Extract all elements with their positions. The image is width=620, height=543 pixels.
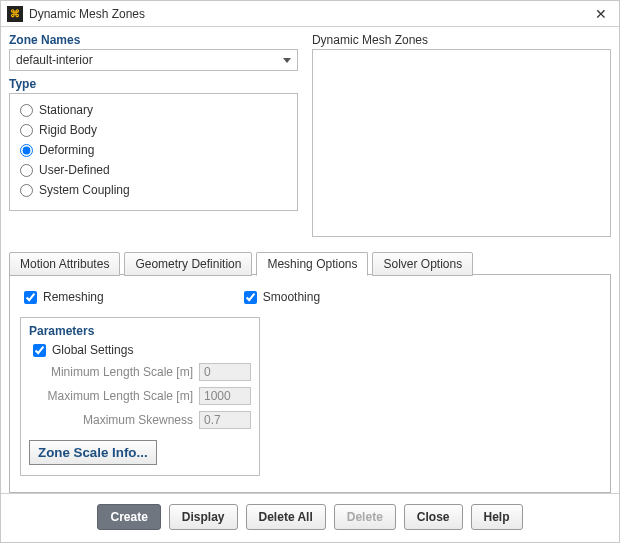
parameters-title: Parameters: [29, 324, 251, 338]
param-max-skewness: Maximum Skewness: [29, 408, 251, 432]
check-remeshing-input[interactable]: [24, 291, 37, 304]
titlebar: ⌘ Dynamic Mesh Zones ✕: [1, 1, 619, 27]
check-global-settings[interactable]: Global Settings: [33, 340, 251, 360]
param-max-length-label: Maximum Length Scale [m]: [48, 389, 193, 403]
radio-system-coupling[interactable]: System Coupling: [20, 180, 287, 200]
top-row: Zone Names default-interior Type Station…: [9, 33, 611, 237]
parameters-group: Parameters Global Settings Minimum Lengt…: [20, 317, 260, 476]
dynamic-mesh-zones-column: Dynamic Mesh Zones: [312, 33, 611, 237]
type-group: Stationary Rigid Body Deforming User-Def…: [9, 93, 298, 211]
tabstrip: Motion Attributes Geometry Definition Me…: [9, 251, 611, 275]
radio-system-coupling-input[interactable]: [20, 184, 33, 197]
check-global-settings-label: Global Settings: [52, 343, 133, 357]
check-global-settings-input[interactable]: [33, 344, 46, 357]
delete-all-button[interactable]: Delete All: [246, 504, 326, 530]
param-max-skewness-label: Maximum Skewness: [83, 413, 193, 427]
content-area: Zone Names default-interior Type Station…: [1, 27, 619, 493]
footer-buttons: Create Display Delete All Delete Close H…: [1, 493, 619, 542]
dynamic-mesh-zones-listbox[interactable]: [312, 49, 611, 237]
param-max-length-input: [199, 387, 251, 405]
zone-names-label: Zone Names: [9, 33, 298, 47]
check-remeshing-label: Remeshing: [43, 290, 104, 304]
create-button[interactable]: Create: [97, 504, 160, 530]
tab-solver-options[interactable]: Solver Options: [372, 252, 473, 276]
radio-deforming-input[interactable]: [20, 144, 33, 157]
radio-rigid-body-input[interactable]: [20, 124, 33, 137]
type-label: Type: [9, 77, 298, 91]
display-button[interactable]: Display: [169, 504, 238, 530]
zone-scale-info-button[interactable]: Zone Scale Info...: [29, 440, 157, 465]
check-smoothing[interactable]: Smoothing: [244, 287, 320, 307]
radio-deforming-label: Deforming: [39, 143, 94, 157]
meshing-checks-row: Remeshing Smoothing: [20, 287, 600, 307]
param-min-length-label: Minimum Length Scale [m]: [51, 365, 193, 379]
radio-user-defined-label: User-Defined: [39, 163, 110, 177]
window-title: Dynamic Mesh Zones: [29, 7, 589, 21]
check-smoothing-input[interactable]: [244, 291, 257, 304]
check-smoothing-label: Smoothing: [263, 290, 320, 304]
param-min-length-input: [199, 363, 251, 381]
radio-user-defined-input[interactable]: [20, 164, 33, 177]
close-icon[interactable]: ✕: [589, 2, 613, 26]
tab-geometry-definition[interactable]: Geometry Definition: [124, 252, 252, 276]
help-button[interactable]: Help: [471, 504, 523, 530]
param-max-length: Maximum Length Scale [m]: [29, 384, 251, 408]
radio-deforming[interactable]: Deforming: [20, 140, 287, 160]
delete-button[interactable]: Delete: [334, 504, 396, 530]
tabpanel-meshing-options: Remeshing Smoothing Parameters Global Se…: [9, 274, 611, 493]
tab-motion-attributes[interactable]: Motion Attributes: [9, 252, 120, 276]
close-button[interactable]: Close: [404, 504, 463, 530]
radio-rigid-body[interactable]: Rigid Body: [20, 120, 287, 140]
radio-rigid-body-label: Rigid Body: [39, 123, 97, 137]
dialog-window: ⌘ Dynamic Mesh Zones ✕ Zone Names defaul…: [0, 0, 620, 543]
zone-names-column: Zone Names default-interior Type Station…: [9, 33, 298, 237]
radio-user-defined[interactable]: User-Defined: [20, 160, 287, 180]
dynamic-mesh-zones-label: Dynamic Mesh Zones: [312, 33, 611, 47]
param-max-skewness-input: [199, 411, 251, 429]
radio-stationary-input[interactable]: [20, 104, 33, 117]
param-min-length: Minimum Length Scale [m]: [29, 360, 251, 384]
check-remeshing[interactable]: Remeshing: [24, 287, 104, 307]
radio-stationary[interactable]: Stationary: [20, 100, 287, 120]
zone-names-dropdown[interactable]: default-interior: [9, 49, 298, 71]
chevron-down-icon: [283, 58, 291, 63]
zone-names-selected: default-interior: [16, 53, 93, 67]
radio-system-coupling-label: System Coupling: [39, 183, 130, 197]
tab-meshing-options[interactable]: Meshing Options: [256, 252, 368, 276]
app-icon: ⌘: [7, 6, 23, 22]
radio-stationary-label: Stationary: [39, 103, 93, 117]
